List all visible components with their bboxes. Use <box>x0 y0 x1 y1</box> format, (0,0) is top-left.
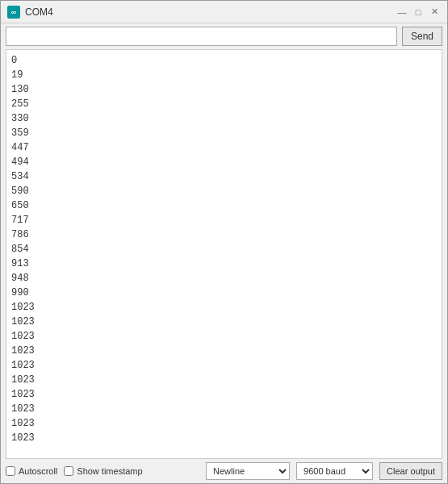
status-bar: Autoscroll Show timestamp No line ending… <box>1 459 447 483</box>
app-icon: ∞ <box>7 6 20 19</box>
autoscroll-checkbox[interactable]: Autoscroll <box>6 466 57 476</box>
output-line: 19 <box>11 68 437 82</box>
output-line: 1023 <box>11 402 437 416</box>
autoscroll-label: Autoscroll <box>19 466 57 476</box>
output-line: 1023 <box>11 329 437 344</box>
output-line: 1023 <box>11 373 437 387</box>
clear-button[interactable]: Clear output <box>379 462 442 480</box>
serial-output[interactable]: 0191302553303594474945345906507177868549… <box>6 49 442 459</box>
output-line: 359 <box>11 126 437 140</box>
output-line: 854 <box>11 242 437 257</box>
title-bar: ∞ COM4 — □ ✕ <box>1 1 447 23</box>
output-line: 1023 <box>11 431 437 445</box>
maximize-button[interactable]: □ <box>412 6 425 19</box>
output-line: 948 <box>11 271 437 286</box>
output-line: 717 <box>11 213 437 227</box>
output-line: 1023 <box>11 344 437 358</box>
output-line: 130 <box>11 82 437 97</box>
minimize-button[interactable]: — <box>396 6 408 19</box>
newline-dropdown[interactable]: No line endingNewlineCarriage returnBoth… <box>206 462 290 480</box>
output-line: 650 <box>11 198 437 213</box>
window-title: COM4 <box>25 6 396 18</box>
autoscroll-input[interactable] <box>6 466 15 476</box>
output-line: 534 <box>11 169 437 184</box>
output-line: 255 <box>11 97 437 111</box>
message-input[interactable] <box>6 27 397 46</box>
output-line: 1023 <box>11 416 437 431</box>
timestamp-input[interactable] <box>64 466 73 476</box>
close-button[interactable]: ✕ <box>428 6 441 19</box>
output-line: 990 <box>11 286 437 300</box>
timestamp-label: Show timestamp <box>77 466 142 476</box>
output-line: 0 <box>11 53 437 68</box>
output-line: 590 <box>11 184 437 198</box>
send-button[interactable]: Send <box>402 27 442 46</box>
output-line: 494 <box>11 155 437 169</box>
window-controls: — □ ✕ <box>396 6 441 19</box>
output-line: 1023 <box>11 315 437 329</box>
baud-dropdown[interactable]: 300 baud1200 baud2400 baud4800 baud9600 … <box>296 462 373 480</box>
output-line: 1023 <box>11 358 437 373</box>
output-line: 1023 <box>11 387 437 402</box>
output-line: 786 <box>11 227 437 242</box>
output-line: 913 <box>11 257 437 271</box>
output-line: 447 <box>11 140 437 155</box>
timestamp-checkbox[interactable]: Show timestamp <box>64 466 142 476</box>
toolbar: Send <box>1 23 447 49</box>
output-line: 330 <box>11 111 437 126</box>
main-window: ∞ COM4 — □ ✕ Send 0191302553303594474945… <box>0 0 448 484</box>
output-line: 1023 <box>11 300 437 315</box>
